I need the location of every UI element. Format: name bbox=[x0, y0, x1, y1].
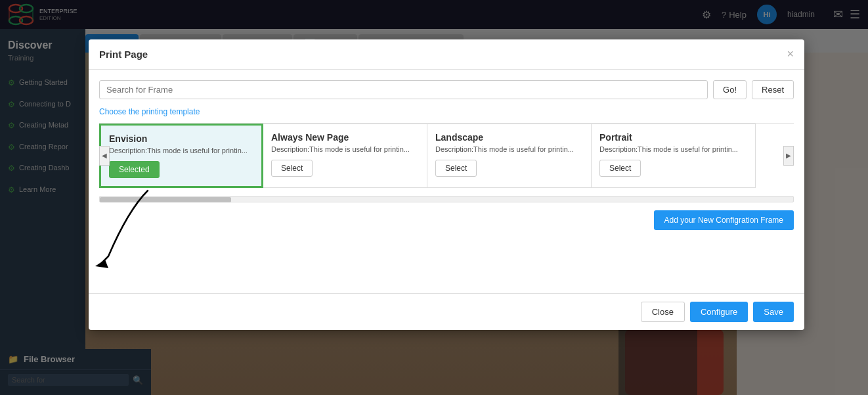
card-desc-3: Description:This mode is useful for prin… bbox=[599, 145, 747, 153]
reset-button[interactable]: Reset bbox=[752, 80, 794, 99]
scroll-left-button[interactable]: ◀ bbox=[99, 146, 110, 166]
modal-header: Print Page × bbox=[89, 39, 804, 70]
footer-save-button[interactable]: Save bbox=[753, 302, 794, 322]
cards-scrollbar-thumb bbox=[100, 197, 231, 202]
card-desc-2: Description:This mode is useful for prin… bbox=[435, 145, 583, 153]
modal-title: Print Page bbox=[99, 49, 148, 60]
card-title-3: Portrait bbox=[599, 132, 747, 143]
search-frame-input[interactable] bbox=[99, 80, 708, 99]
search-row: Go! Reset bbox=[99, 80, 794, 99]
template-label-link[interactable]: printing template bbox=[142, 107, 200, 116]
template-card-always-new-page: Always New Page Description:This mode is… bbox=[263, 124, 427, 188]
card-select-btn-0[interactable]: Selected bbox=[109, 161, 160, 178]
card-title-1: Always New Page bbox=[271, 132, 419, 143]
cards-wrapper: ◀ Envision Description:This mode is usef… bbox=[99, 123, 794, 188]
template-label: Choose the printing template bbox=[99, 107, 794, 116]
card-desc-0: Description:This mode is useful for prin… bbox=[109, 147, 253, 154]
card-desc-1: Description:This mode is useful for prin… bbox=[271, 145, 419, 153]
go-button[interactable]: Go! bbox=[713, 80, 747, 99]
card-select-btn-2[interactable]: Select bbox=[435, 160, 477, 177]
add-config-frame-button[interactable]: Add your New Configration Frame bbox=[654, 210, 794, 230]
card-select-btn-1[interactable]: Select bbox=[271, 160, 313, 177]
modal-footer: Close Configure Save bbox=[89, 293, 804, 330]
scroll-right-button[interactable]: ▶ bbox=[783, 146, 794, 166]
template-card-envision: Envision Description:This mode is useful… bbox=[99, 124, 263, 188]
card-title-2: Landscape bbox=[435, 132, 583, 143]
card-select-btn-3[interactable]: Select bbox=[599, 160, 641, 177]
modal-close-button[interactable]: × bbox=[787, 47, 794, 61]
footer-close-button[interactable]: Close bbox=[641, 302, 685, 322]
print-page-modal: Print Page × Go! Reset Choose the printi… bbox=[89, 39, 804, 330]
card-title-0: Envision bbox=[109, 133, 253, 144]
template-card-landscape: Landscape Description:This mode is usefu… bbox=[427, 124, 592, 188]
cards-scrollbar bbox=[99, 196, 794, 202]
modal-body: Go! Reset Choose the printing template ◀… bbox=[89, 70, 804, 293]
cards-scroll-area: Envision Description:This mode is useful… bbox=[99, 123, 794, 188]
template-card-portrait: Portrait Description:This mode is useful… bbox=[592, 124, 756, 188]
footer-configure-button[interactable]: Configure bbox=[690, 302, 748, 322]
